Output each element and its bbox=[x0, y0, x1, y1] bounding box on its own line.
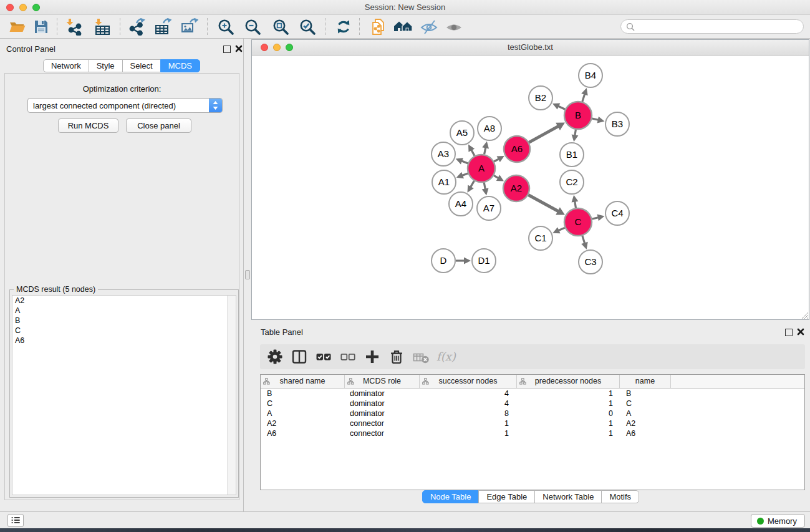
toolbar-separator bbox=[325, 18, 326, 35]
tab-mcds[interactable]: MCDS bbox=[160, 59, 200, 72]
float-table-panel-icon[interactable] bbox=[785, 329, 793, 336]
export-image-icon[interactable] bbox=[181, 18, 198, 36]
zoom-in-icon[interactable] bbox=[217, 18, 234, 36]
graph-edge-A2-C[interactable] bbox=[528, 195, 559, 212]
select-all-icon[interactable] bbox=[315, 348, 332, 365]
tab-motifs[interactable]: Motifs bbox=[601, 490, 639, 503]
close-panel-button[interactable]: Close panel bbox=[126, 118, 191, 133]
graph-arrowhead bbox=[581, 88, 587, 95]
memory-button[interactable]: Memory bbox=[751, 514, 805, 528]
graph-node-label: A4 bbox=[455, 198, 466, 209]
vertical-splitter-grip[interactable] bbox=[245, 270, 250, 279]
node-table: shared name MCDS role successor nodes pr… bbox=[260, 374, 805, 490]
add-column-icon[interactable] bbox=[364, 348, 381, 365]
attribute-type-icon bbox=[347, 378, 354, 385]
main-toolbar bbox=[0, 15, 810, 39]
open-folder-icon[interactable] bbox=[9, 18, 26, 36]
status-bar: Memory bbox=[0, 511, 810, 528]
column-header-mcds-role[interactable]: MCDS role bbox=[345, 375, 420, 388]
eye-slash-icon[interactable] bbox=[420, 18, 438, 36]
search-icon bbox=[626, 22, 635, 31]
houses-icon[interactable] bbox=[393, 18, 414, 36]
desktop-background bbox=[0, 528, 810, 532]
result-item[interactable]: B bbox=[12, 316, 236, 326]
criterion-dropdown-value: largest connected component (directed) bbox=[33, 101, 176, 110]
graph-node-label: C4 bbox=[611, 208, 623, 218]
mcds-result-box: MCDS result (5 nodes) A2 A B C A6 bbox=[9, 289, 239, 498]
graph-node-label: D bbox=[440, 255, 447, 266]
tab-style[interactable]: Style bbox=[89, 59, 123, 72]
toolbar-separator bbox=[207, 18, 208, 35]
result-item[interactable]: C bbox=[12, 326, 236, 336]
column-header-predecessor-nodes[interactable]: predecessor nodes bbox=[517, 375, 620, 388]
memory-status-icon bbox=[757, 518, 764, 525]
graph-edge-B-B4[interactable] bbox=[582, 94, 585, 102]
tab-select[interactable]: Select bbox=[122, 59, 161, 72]
search-box bbox=[620, 19, 804, 34]
close-panel-icon[interactable] bbox=[234, 44, 243, 53]
graph-node-label: D1 bbox=[478, 255, 489, 266]
table-row[interactable]: Adominator80A bbox=[261, 409, 804, 418]
result-item[interactable]: A bbox=[12, 306, 236, 316]
toolbar-separator bbox=[120, 18, 120, 35]
tab-edge-table[interactable]: Edge Table bbox=[478, 490, 535, 503]
window-resize-grip[interactable] bbox=[800, 311, 808, 319]
graph-arrowhead bbox=[482, 188, 489, 196]
optimization-criterion-label: Optimization criterion: bbox=[5, 84, 239, 94]
eye-icon[interactable] bbox=[445, 18, 463, 36]
column-header-shared-name[interactable]: shared name bbox=[261, 375, 345, 388]
delete-table-icon[interactable] bbox=[412, 348, 430, 365]
graph-arrowhead bbox=[581, 242, 587, 249]
result-item[interactable]: A2 bbox=[12, 296, 236, 306]
table-row[interactable]: A2connector11A2 bbox=[261, 418, 804, 428]
import-table-icon[interactable] bbox=[94, 18, 111, 36]
save-icon[interactable] bbox=[32, 18, 50, 36]
search-input[interactable] bbox=[637, 21, 798, 33]
float-panel-icon[interactable] bbox=[223, 46, 231, 53]
tab-node-table[interactable]: Node Table bbox=[422, 490, 480, 503]
graph-edge-A6-B[interactable] bbox=[529, 126, 559, 142]
deselect-all-icon[interactable] bbox=[339, 348, 357, 365]
tab-network[interactable]: Network bbox=[43, 59, 89, 72]
network-view-window: testGlobe.txt B4B2BB3A5A8A6B1A3AA1C2A2A4… bbox=[251, 39, 809, 320]
graph-node-label: C bbox=[575, 216, 582, 227]
result-item[interactable]: A6 bbox=[12, 336, 236, 346]
task-history-button[interactable] bbox=[7, 514, 24, 527]
network-graph[interactable]: B4B2BB3A5A8A6B1A3AA1C2A2A4A7C4CC1C3DD1 bbox=[252, 56, 809, 319]
table-row[interactable]: A6connector11A6 bbox=[261, 428, 804, 438]
copy-network-icon[interactable] bbox=[370, 18, 388, 36]
tab-network-table[interactable]: Network Table bbox=[534, 490, 602, 503]
graph-node-label: A3 bbox=[438, 148, 449, 159]
table-panel: Table Panel f(x) shared name MCDS role s… bbox=[251, 320, 810, 511]
gear-icon[interactable] bbox=[266, 348, 284, 365]
result-scrollbar[interactable] bbox=[227, 296, 236, 495]
trash-icon[interactable] bbox=[388, 348, 405, 365]
graph-arrowhead bbox=[597, 215, 605, 221]
close-table-panel-icon[interactable] bbox=[796, 327, 805, 336]
zoom-out-icon[interactable] bbox=[244, 18, 261, 36]
export-network-icon[interactable] bbox=[128, 18, 145, 36]
export-table-icon[interactable] bbox=[154, 18, 171, 36]
refresh-icon[interactable] bbox=[335, 18, 352, 36]
column-header-name[interactable]: name bbox=[620, 375, 671, 388]
graph-node-label: A5 bbox=[456, 127, 468, 138]
toolbar-separator bbox=[57, 18, 57, 35]
zoom-selected-icon[interactable] bbox=[299, 18, 316, 36]
graph-node-label: C1 bbox=[534, 233, 546, 243]
function-builder-icon[interactable]: f(x) bbox=[436, 348, 456, 365]
import-network-icon[interactable] bbox=[65, 18, 82, 36]
graph-edge-C-C3[interactable] bbox=[582, 236, 585, 244]
table-row[interactable]: Bdominator41B bbox=[261, 389, 804, 399]
graph-node-label: A bbox=[478, 163, 485, 173]
network-canvas[interactable]: B4B2BB3A5A8A6B1A3AA1C2A2A4A7C4CC1C3DD1 bbox=[252, 56, 809, 319]
app-titlebar: Session: New Session bbox=[0, 0, 810, 15]
column-header-successor-nodes[interactable]: successor nodes bbox=[420, 375, 517, 388]
run-mcds-button[interactable]: Run MCDS bbox=[58, 118, 118, 133]
table-row[interactable]: Cdominator41C bbox=[261, 399, 804, 409]
network-window-titlebar: testGlobe.txt bbox=[252, 40, 809, 56]
zoom-fit-icon[interactable] bbox=[272, 18, 289, 36]
columns-icon[interactable] bbox=[291, 348, 308, 365]
criterion-dropdown[interactable]: largest connected component (directed) bbox=[27, 98, 223, 113]
application-window: Session: New Session Control Panel bbox=[0, 0, 810, 532]
toolbar-separator bbox=[359, 18, 360, 35]
